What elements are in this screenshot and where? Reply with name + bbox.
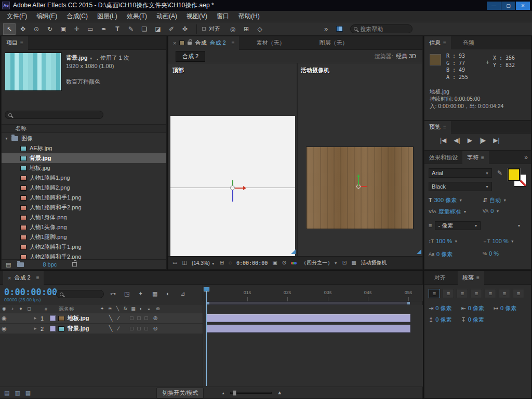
menu-layer[interactable]: 图层(L)	[92, 11, 122, 22]
eyedropper-icon[interactable]: ✎	[497, 170, 502, 176]
shy-column-icon[interactable]: ✦	[98, 307, 106, 311]
roi-icon[interactable]: ⊡	[342, 260, 347, 265]
align-center-button[interactable]: ≡	[443, 289, 454, 298]
zoom-slider-handle[interactable]	[233, 390, 236, 396]
expand-render-icon[interactable]: ▥	[15, 390, 20, 396]
tab-project[interactable]: 项目 ≡	[2, 36, 28, 50]
fill-color-swatch[interactable]	[508, 168, 520, 181]
list-item[interactable]: 地板.jpg	[2, 163, 166, 173]
help-search-input[interactable]	[360, 26, 409, 32]
last-frame-button[interactable]: ▶|	[493, 137, 499, 144]
lock-column-icon[interactable]: ◻	[25, 307, 33, 311]
layer-switch-box[interactable]	[130, 316, 134, 320]
draft-3d-icon[interactable]: ◳	[124, 291, 129, 297]
snap-checkbox[interactable]	[202, 27, 206, 31]
adjustment-column-icon[interactable]: ◒	[145, 307, 153, 311]
comp-mini-flowchart-icon[interactable]: ⊶	[110, 291, 116, 297]
shy-icon[interactable]: ✦	[138, 291, 143, 297]
panel-menu-icon[interactable]: ≡	[481, 155, 484, 161]
panel-menu-icon[interactable]: ≡	[20, 40, 23, 46]
timeline-timecode[interactable]: 0:00:00:00	[4, 287, 57, 297]
indent-right-value[interactable]: 0 像素	[468, 304, 484, 312]
folder-row[interactable]: ▼ 图像	[2, 134, 166, 143]
layer-visibility-icon[interactable]: ◉	[0, 315, 8, 321]
indent-left-value[interactable]: 0 像素	[435, 304, 451, 312]
renderer-value[interactable]: 经典 3D	[396, 52, 416, 60]
create-folder-icon[interactable]	[17, 262, 24, 267]
tab-character[interactable]: 字符 ≡	[462, 151, 489, 164]
list-item[interactable]: 人物1头像.png	[2, 222, 166, 232]
first-frame-button[interactable]: |◀	[440, 137, 446, 144]
tab-layer[interactable]: 图层（无）	[314, 36, 352, 49]
collapse-column-icon[interactable]: ☀	[106, 307, 114, 311]
leading-caret-icon[interactable]: ▼	[503, 198, 507, 202]
maximize-button[interactable]: ▢	[501, 2, 515, 10]
zoom-tool[interactable]: ⊙	[30, 23, 43, 35]
proportional-spacing-value[interactable]: 0 %	[489, 250, 499, 257]
menu-window[interactable]: 窗口	[212, 11, 234, 22]
shape-tool[interactable]: ▭	[84, 23, 97, 35]
tab-footage[interactable]: 素材（无）	[251, 36, 289, 49]
project-search-input[interactable]	[15, 112, 100, 118]
expand-in-point-icon[interactable]: ▤	[4, 390, 9, 396]
trash-icon[interactable]	[72, 262, 77, 267]
camera-tool[interactable]: ▣	[57, 23, 70, 35]
list-item[interactable]: 人物2胳膊和手2.png	[2, 252, 166, 259]
current-time-indicator-line[interactable]	[206, 291, 207, 386]
layer-switch-box[interactable]	[144, 327, 148, 330]
layer-name[interactable]: 背景.jpg	[68, 325, 89, 332]
tab-align[interactable]: 对齐	[430, 271, 450, 284]
choose-grid-icon[interactable]: ⊞	[220, 260, 224, 265]
tracking-caret-icon[interactable]: ▼	[496, 209, 499, 213]
frame-blend-icon[interactable]: ▦	[152, 291, 157, 297]
comp-tab[interactable]: 合成 2	[176, 51, 205, 62]
font-family-select[interactable]: Arial ▼	[429, 168, 492, 178]
menu-help[interactable]: 帮助(H)	[234, 11, 264, 22]
font-size-value[interactable]: 300 像素	[434, 196, 457, 204]
tab-close-icon[interactable]: ×	[8, 275, 11, 281]
panel-overflow-chevron[interactable]: »	[524, 154, 528, 161]
local-axis-mode-icon[interactable]: ◎	[227, 23, 239, 35]
list-item[interactable]: 人物1胳膊1.png	[2, 173, 166, 183]
work-area-start-handle[interactable]	[207, 302, 209, 304]
mask-visibility-icon[interactable]: ◌	[229, 260, 232, 265]
project-bpc[interactable]: 8 bpc	[43, 261, 57, 268]
list-item[interactable]: 人物2胳膊和手1.png	[2, 242, 166, 252]
selection-tool[interactable]: ↖	[3, 23, 16, 35]
layer-expand-caret[interactable]: ►	[33, 326, 41, 331]
aux-view-icon[interactable]: ◫	[182, 260, 187, 265]
layer-quality-switch[interactable]: ╲	[107, 326, 115, 331]
current-time-indicator[interactable]	[204, 287, 209, 291]
panel-menu-icon[interactable]: ≡	[443, 40, 446, 46]
pan-behind-tool[interactable]: ✛	[71, 23, 83, 35]
work-area-bar[interactable]	[206, 301, 410, 305]
font-style-select[interactable]: Black ▼	[429, 182, 492, 191]
type-tool[interactable]: T	[111, 23, 124, 35]
tab-timeline-comp[interactable]: × 合成 2 ≡	[3, 271, 44, 285]
layer-rasterize-switch[interactable]: ∕	[115, 326, 123, 331]
layer-switch-box[interactable]	[137, 327, 141, 330]
interpret-footage-icon[interactable]: ▤	[6, 262, 11, 268]
zoom-out-mountain-icon[interactable]: ▲	[221, 391, 225, 395]
world-axis-mode-icon[interactable]: ⊞	[240, 23, 252, 35]
active-camera-canvas[interactable]	[306, 147, 414, 229]
tab-close-icon[interactable]: ×	[173, 40, 176, 46]
menu-composition[interactable]: 合成(C)	[62, 11, 92, 22]
list-item[interactable]: 人物1身体.png	[2, 212, 166, 222]
tab-paragraph[interactable]: 段落 ≡	[458, 271, 484, 285]
hand-tool[interactable]: ✥	[17, 23, 29, 35]
kerning-value[interactable]: 度量标准	[438, 208, 461, 216]
layer-switch-box[interactable]	[144, 316, 148, 320]
active-camera-select[interactable]: 活动摄像机	[361, 259, 387, 267]
puppet-pin-tool[interactable]: ✜	[179, 23, 191, 35]
snapshot-icon[interactable]: ▣	[272, 260, 277, 265]
source-name-column-header[interactable]: 源名称	[59, 305, 74, 313]
timeline-search-input[interactable]	[66, 291, 100, 297]
align-left-button[interactable]: ≡	[429, 289, 440, 298]
layer-color-label[interactable]	[50, 315, 56, 321]
menu-edit[interactable]: 编辑(E)	[32, 11, 62, 22]
spacing-extra-caret-icon[interactable]: ▼	[517, 224, 521, 228]
layer-switch-box[interactable]	[137, 316, 141, 320]
panel-menu-icon[interactable]: ≡	[443, 124, 446, 130]
justify-all-button[interactable]: ≡	[513, 289, 524, 298]
